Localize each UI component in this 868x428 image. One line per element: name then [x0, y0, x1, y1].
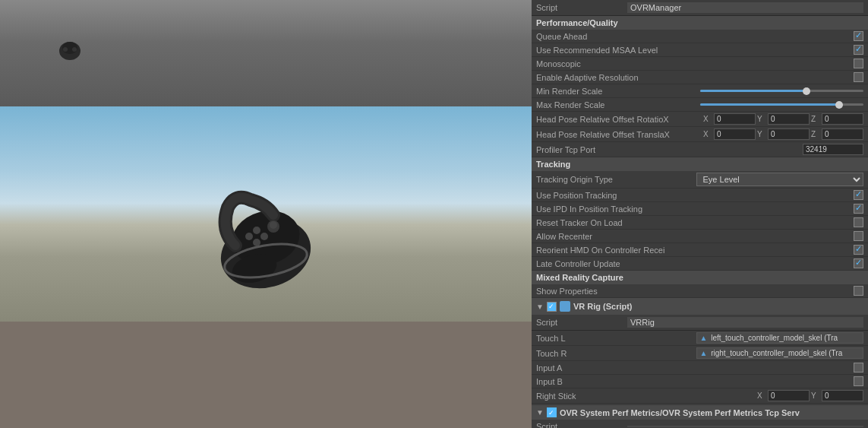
adaptive-res-row[interactable]: Enable Adaptive Resolution — [532, 71, 868, 84]
queue-ahead-row[interactable]: Queue Ahead — [532, 30, 868, 43]
head-pose-rot-label: Head Pose Relative Offset RotatioX — [536, 115, 703, 124]
right-stick-row[interactable]: Right Stick X Y — [532, 388, 868, 404]
use-msaa-checkbox[interactable] — [854, 45, 863, 55]
allow-recenter-checkbox[interactable] — [854, 231, 863, 241]
vr-rig-script-value: VRRig — [627, 317, 863, 328]
svg-point-9 — [253, 239, 260, 246]
max-render-row[interactable]: Max Render Scale — [532, 98, 868, 112]
reorient-hmd-checkbox[interactable] — [854, 245, 863, 255]
perf-metrics-header[interactable]: ▼ ✓ OVR System Perf Metrics/OVR System P… — [532, 405, 868, 420]
svg-point-3 — [72, 47, 77, 52]
head-pose-rot-y-input[interactable] — [768, 113, 810, 125]
show-properties-label: Show Properties — [536, 287, 854, 296]
perf-script-label: Script — [536, 422, 627, 428]
performance-quality-header: Performance/Quality — [532, 16, 868, 30]
touch-l-label: Touch L — [536, 334, 696, 343]
touch-r-row[interactable]: Touch R ▲ right_touch_controller_model_s… — [532, 346, 868, 361]
late-controller-label: Late Controller Update — [536, 259, 854, 268]
reset-tracker-checkbox[interactable] — [854, 217, 863, 227]
viewport-main — [0, 106, 532, 322]
max-render-slider-fill — [700, 103, 839, 106]
head-pose-rot-z-input[interactable] — [822, 113, 863, 125]
min-render-slider-track[interactable] — [700, 90, 864, 92]
svg-point-6 — [253, 227, 260, 234]
monoscopic-checkbox[interactable] — [854, 59, 863, 68]
min-render-row[interactable]: Min Render Scale — [532, 84, 868, 98]
right-stick-xy: X Y — [757, 390, 863, 401]
vr-rig-enable-checkbox[interactable]: ✓ — [547, 302, 557, 312]
use-ipd-checkbox[interactable] — [854, 204, 863, 214]
reorient-hmd-row[interactable]: Reorient HMD On Controller Recei — [532, 243, 868, 257]
profiler-tcp-input[interactable] — [803, 144, 863, 155]
touch-l-row[interactable]: Touch L ▲ left_touch_controller_model_sk… — [532, 331, 868, 346]
allow-recenter-row[interactable]: Allow Recenter — [532, 230, 868, 243]
touch-l-reference[interactable]: ▲ left_touch_controller_model_skel (Tra — [696, 332, 864, 344]
adaptive-res-label: Enable Adaptive Resolution — [536, 73, 854, 82]
right-stick-y-input[interactable] — [822, 390, 863, 401]
head-pose-rot-row[interactable]: Head Pose Relative Offset RotatioX X Y Z — [532, 112, 868, 127]
perf-script-value — [627, 426, 863, 427]
perf-enable-checkbox[interactable]: ✓ — [547, 407, 557, 417]
perf-script-row: Script — [532, 420, 868, 428]
right-stick-x-input[interactable] — [768, 390, 810, 401]
tracking-origin-row[interactable]: Tracking Origin Type Eye Level — [532, 171, 868, 189]
max-render-slider-container[interactable] — [700, 103, 864, 106]
input-b-label: Input B — [536, 377, 854, 386]
head-pose-trans-xyz: X Y Z — [703, 128, 863, 140]
touch-r-label: Touch R — [536, 349, 696, 358]
use-ipd-row[interactable]: Use IPD In Position Tracking — [532, 202, 868, 216]
svg-point-11 — [270, 221, 277, 229]
tracking-origin-dropdown[interactable]: Eye Level — [696, 173, 864, 186]
max-render-label: Max Render Scale — [536, 100, 700, 109]
head-pose-trans-y-input[interactable] — [768, 128, 810, 140]
profiler-tcp-row[interactable]: Profiler Tcp Port — [532, 142, 868, 157]
min-render-slider-fill — [700, 90, 806, 92]
viewport-bottom — [0, 322, 532, 428]
head-pose-trans-x-input[interactable] — [714, 128, 756, 140]
svg-point-7 — [245, 233, 253, 240]
vr-rig-component-header[interactable]: ▼ ✓ VR Rig (Script) — [532, 298, 868, 315]
perf-metrics-title: OVR System Perf Metrics/OVR System Perf … — [560, 408, 800, 417]
input-a-checkbox[interactable] — [854, 363, 863, 373]
svg-point-8 — [260, 233, 268, 240]
mixed-reality-header: Mixed Reality Capture — [532, 271, 868, 284]
input-b-checkbox[interactable] — [854, 376, 863, 386]
input-a-row[interactable]: Input A — [532, 361, 868, 375]
controller-3d-model — [190, 154, 342, 306]
head-pose-rot-xyz: X Y Z — [703, 113, 863, 125]
monoscopic-row[interactable]: Monoscopic — [532, 57, 868, 71]
touch-l-icon: ▲ — [700, 334, 708, 342]
queue-ahead-checkbox[interactable] — [854, 31, 863, 41]
head-pose-rot-z-label: Z — [811, 115, 820, 123]
use-position-checkbox[interactable] — [854, 190, 863, 200]
use-msaa-row[interactable]: Use Recommended MSAA Level — [532, 43, 868, 57]
queue-ahead-label: Queue Ahead — [536, 32, 854, 41]
late-controller-row[interactable]: Late Controller Update — [532, 257, 868, 271]
late-controller-checkbox[interactable] — [854, 258, 863, 268]
show-properties-row[interactable]: Show Properties — [532, 284, 868, 298]
min-render-slider-container[interactable] — [700, 90, 864, 92]
touch-r-icon: ▲ — [700, 349, 708, 357]
vr-rig-arrow-icon: ▼ — [536, 303, 544, 311]
profiler-tcp-label: Profiler Tcp Port — [536, 145, 803, 154]
head-pose-trans-row[interactable]: Head Pose Relative Offset TranslaX X Y Z — [532, 127, 868, 142]
tracking-header: Tracking — [532, 157, 868, 171]
perf-arrow-icon: ▼ — [536, 408, 544, 417]
reorient-hmd-label: Reorient HMD On Controller Recei — [536, 246, 854, 255]
reset-tracker-row[interactable]: Reset Tracker On Load — [532, 216, 868, 230]
vr-rig-title: VR Rig (Script) — [573, 302, 633, 311]
head-pose-rot-x-input[interactable] — [714, 113, 756, 125]
adaptive-res-checkbox[interactable] — [854, 72, 863, 82]
touch-r-reference[interactable]: ▲ right_touch_controller_model_skel (Tra — [696, 347, 864, 359]
tracking-origin-label: Tracking Origin Type — [536, 175, 696, 184]
use-position-row[interactable]: Use Position Tracking — [532, 189, 868, 202]
max-render-slider-track[interactable] — [700, 103, 864, 106]
input-a-label: Input A — [536, 363, 854, 373]
head-pose-trans-z-input[interactable] — [822, 128, 863, 140]
input-b-row[interactable]: Input B — [532, 375, 868, 388]
head-pose-trans-x-label: X — [703, 130, 712, 138]
show-properties-checkbox[interactable] — [854, 286, 863, 296]
min-render-slider-thumb[interactable] — [803, 87, 810, 95]
max-render-slider-thumb[interactable] — [835, 101, 843, 109]
head-pose-trans-z-label: Z — [811, 130, 820, 138]
